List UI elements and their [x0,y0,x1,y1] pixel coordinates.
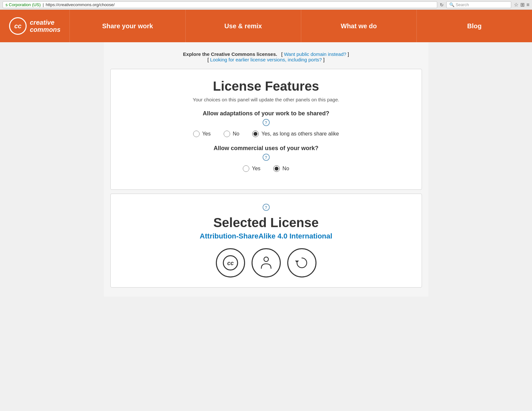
help-icon-selected-license[interactable]: ? [263,204,270,211]
sharealike-svg [294,255,310,271]
main-content: Explore the Creative Commons licenses. [… [104,42,428,297]
url-text: https://creativecommons.org/choose/ [46,2,115,7]
nav-item-blog[interactable]: Blog [417,10,532,42]
menu-icon[interactable]: ≡ [526,2,529,8]
cc-logo-commons: commons [30,26,60,33]
license-features-title: License Features [124,79,409,94]
adapt-no-label: No [233,131,239,137]
selected-license-help[interactable]: ? [124,204,409,211]
browser-chrome: s Corporation (US) | https://creativecom… [0,0,532,10]
cc-logo-creative: creative [30,19,60,26]
browser-toolbar-icons: ☆ ⊞ ≡ [514,2,529,8]
public-domain-link[interactable]: Want public domain instead? [284,51,346,57]
sharealike-badge-icon [287,248,316,277]
reload-button[interactable]: ↻ [440,2,444,7]
nav-item-remix[interactable]: Use & remix [186,10,301,42]
adapt-sharealike-label: Yes, as long as others share alike [261,131,339,137]
url-separator: | [43,2,43,7]
url-prefix: s Corporation (US) [6,2,41,7]
intro-bar: Explore the Creative Commons licenses. [… [110,47,422,65]
adapt-yes-radio[interactable] [193,131,200,137]
main-nav: Share your work Use & remix What we do B… [70,10,532,42]
adaptations-radio-group: Yes No Yes, as long as others share alik… [124,131,409,137]
selected-license-title: Selected License [124,215,409,230]
search-placeholder-text: Search [456,2,469,7]
search-icon: 🔍 [449,2,454,7]
earlier-versions-link[interactable]: Looking for earlier license versions, in… [210,57,322,62]
comm-yes-label: Yes [252,166,260,172]
license-icons-group: cc [124,248,409,277]
commercial-radio-group: Yes No [124,165,409,172]
comm-yes-option[interactable]: Yes [243,165,260,172]
attribution-svg [258,255,274,271]
comm-no-label: No [282,166,289,172]
cc-logo-wordmark: creative commons [30,19,60,33]
star-icon[interactable]: ☆ [514,2,518,8]
adapt-sharealike-radio[interactable] [252,131,259,137]
selected-license-panel: ? Selected License Attribution-ShareAlik… [110,194,422,288]
cc-header: cc creative commons Share your work Use … [0,10,532,42]
nav-item-what-we-do[interactable]: What we do [301,10,417,42]
cc-svg: cc [222,255,239,271]
question-commercial: Allow commercial uses of your work? ? Ye… [124,145,409,172]
svg-text:cc: cc [227,260,233,266]
adapt-no-radio[interactable] [224,131,230,137]
svg-point-2 [264,257,268,262]
help-icon-commercial[interactable]: ? [263,154,270,161]
question-adaptations-label: Allow adaptations of your work to be sha… [124,110,409,117]
cc-badge-icon: cc [216,248,245,277]
url-bar[interactable]: s Corporation (US) | https://creativecom… [3,1,437,8]
svg-marker-3 [295,261,299,263]
question-commercial-help[interactable]: ? [124,154,409,161]
attribution-badge-icon [252,248,281,277]
question-adaptations: Allow adaptations of your work to be sha… [124,110,409,137]
comm-no-radio[interactable] [273,165,280,172]
question-commercial-label: Allow commercial uses of your work? [124,145,409,152]
question-adaptations-help[interactable]: ? [124,119,409,126]
adapt-no-option[interactable]: No [224,131,239,137]
browser-search-bar[interactable]: 🔍 Search [446,1,511,8]
license-features-panel: License Features Your choices on this pa… [110,69,422,190]
adapt-yes-option[interactable]: Yes [193,131,211,137]
cc-logo-cc-text: cc [14,22,21,30]
license-features-subtitle: Your choices on this panel will update t… [124,97,409,102]
adapt-sharealike-option[interactable]: Yes, as long as others share alike [252,131,339,137]
cc-logo-circle: cc [9,17,27,35]
grid-icon[interactable]: ⊞ [520,2,525,8]
comm-no-option[interactable]: No [273,165,289,172]
nav-item-share[interactable]: Share your work [70,10,185,42]
cc-logo[interactable]: cc creative commons [0,10,70,42]
license-name[interactable]: Attribution-ShareAlike 4.0 International [124,232,409,240]
comm-yes-radio[interactable] [243,165,249,172]
explore-text: Explore the Creative Commons licenses. [183,51,277,57]
help-icon-adaptations[interactable]: ? [263,119,270,126]
adapt-yes-label: Yes [202,131,211,137]
